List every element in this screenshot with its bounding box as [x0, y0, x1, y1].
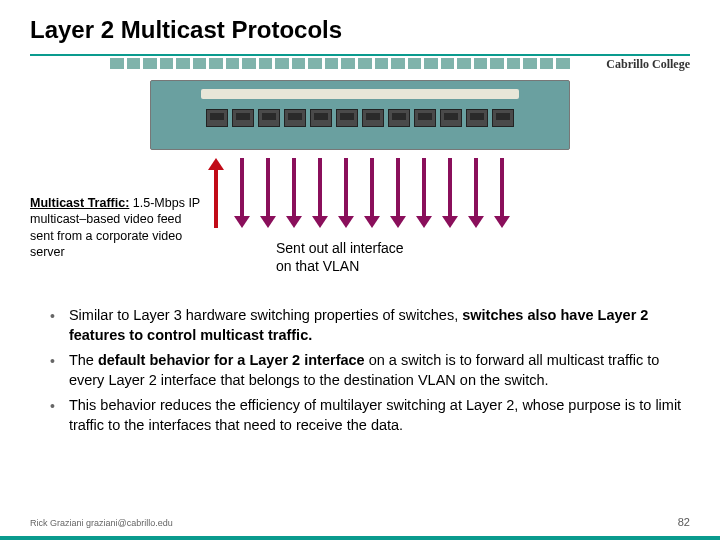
egress-arrow-icon [465, 158, 487, 228]
egress-arrow-icon [491, 158, 513, 228]
header-divider: Cabrillo College [30, 54, 690, 74]
egress-arrow-icon [413, 158, 435, 228]
page-number: 82 [678, 516, 690, 528]
egress-arrow-icon [361, 158, 383, 228]
footer-author: Rick Graziani graziani@cabrillo.edu [30, 518, 173, 528]
traffic-label: Multicast Traffic: [30, 196, 129, 210]
bullet-icon: • [50, 306, 55, 345]
slide-title: Layer 2 Multicast Protocols [0, 0, 720, 44]
arrow-caption: Sent out all interfaceon that VLAN [276, 240, 404, 275]
egress-arrow-icon [231, 158, 253, 228]
bullet-icon: • [50, 351, 55, 390]
egress-arrow-icon [387, 158, 409, 228]
list-item: • Similar to Layer 3 hardware switching … [50, 306, 690, 345]
egress-arrow-icon [309, 158, 331, 228]
footer-bar [0, 536, 720, 540]
egress-arrow-icon [335, 158, 357, 228]
egress-arrow-icon [283, 158, 305, 228]
switch-diagram [0, 80, 720, 150]
egress-arrow-icon [439, 158, 461, 228]
switch-ports [206, 109, 514, 127]
ingress-arrow-icon [205, 158, 227, 228]
network-switch-icon [150, 80, 570, 150]
egress-arrow-icon [257, 158, 279, 228]
list-item: • The default behavior for a Layer 2 int… [50, 351, 690, 390]
brand-text: Cabrillo College [600, 57, 690, 72]
bullet-icon: • [50, 396, 55, 435]
traffic-arrows [205, 158, 513, 228]
bullet-list: • Similar to Layer 3 hardware switching … [50, 306, 690, 441]
list-item: • This behavior reduces the efficiency o… [50, 396, 690, 435]
traffic-description: Multicast Traffic: 1.5-Mbps IP multicast… [30, 195, 200, 260]
